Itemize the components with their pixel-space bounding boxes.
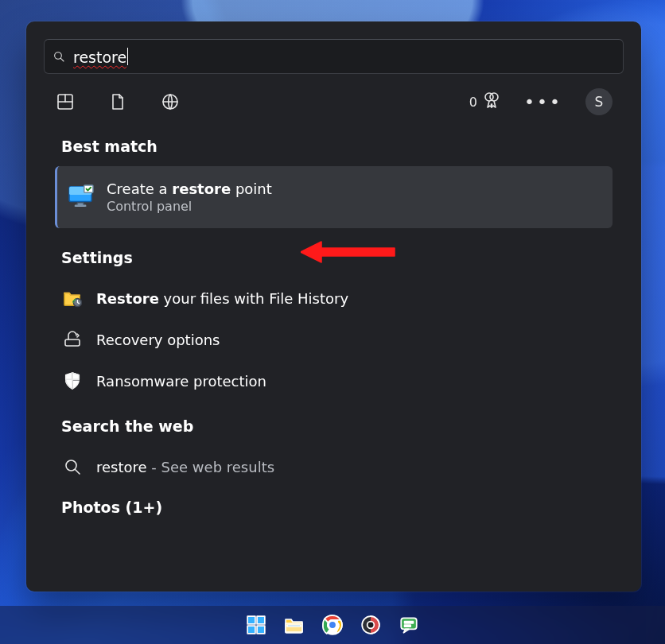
text-caret <box>127 48 128 65</box>
best-match-title: Create a restore point <box>107 180 272 197</box>
svg-rect-11 <box>76 205 86 207</box>
section-header-photos: Photos (1+) <box>55 499 612 516</box>
svg-rect-21 <box>257 626 265 634</box>
documents-filter-icon[interactable] <box>107 91 128 112</box>
search-input[interactable]: restore <box>73 48 128 65</box>
svg-rect-30 <box>405 622 414 623</box>
svg-rect-23 <box>287 625 301 627</box>
chrome-icon[interactable] <box>322 615 343 635</box>
security-shield-icon <box>63 371 82 390</box>
svg-rect-31 <box>405 625 411 627</box>
settings-result-ransomware-protection[interactable]: Ransomware protection <box>55 360 612 402</box>
result-label: restore - See web results <box>96 459 274 475</box>
start-button[interactable] <box>246 615 266 635</box>
taskbar <box>0 606 665 644</box>
svg-point-28 <box>368 622 375 629</box>
apps-filter-icon[interactable] <box>55 91 76 112</box>
file-history-icon <box>63 289 82 308</box>
app-icon-chat[interactable] <box>399 615 419 635</box>
search-icon <box>52 50 65 63</box>
svg-line-1 <box>60 58 64 61</box>
result-label: Restore your files with File History <box>96 290 348 307</box>
system-properties-icon <box>68 184 94 210</box>
settings-result-file-history[interactable]: Restore your files with File History <box>55 277 612 319</box>
svg-rect-20 <box>247 626 255 634</box>
best-match-result[interactable]: Create a restore point Control panel <box>55 166 612 228</box>
section-header-web: Search the web <box>55 417 612 435</box>
search-filter-toolbar: 0 ••• S <box>26 74 641 115</box>
settings-result-recovery-options[interactable]: Recovery options <box>55 319 612 360</box>
svg-line-16 <box>76 470 80 475</box>
best-match-subtitle: Control panel <box>107 199 272 214</box>
search-box[interactable]: restore <box>44 39 624 74</box>
result-label: Ransomware protection <box>96 373 266 390</box>
rewards-medal-icon <box>482 91 501 113</box>
svg-rect-14 <box>65 339 80 346</box>
svg-point-26 <box>329 621 336 629</box>
web-filter-icon[interactable] <box>160 91 181 112</box>
section-header-best-match: Best match <box>55 138 612 155</box>
ellipsis-icon: ••• <box>524 92 562 112</box>
result-label: Recovery options <box>96 332 220 348</box>
avatar-initial: S <box>595 94 604 110</box>
rewards-count: 0 <box>469 95 477 110</box>
svg-point-7 <box>490 93 498 101</box>
file-explorer-icon[interactable] <box>284 615 305 635</box>
search-icon <box>63 457 82 476</box>
recovery-icon <box>63 330 82 349</box>
svg-rect-19 <box>257 616 265 624</box>
more-options-button[interactable]: ••• <box>533 91 554 112</box>
rewards-points[interactable]: 0 <box>469 91 501 113</box>
section-header-settings: Settings <box>55 249 612 266</box>
svg-rect-18 <box>247 616 255 624</box>
start-search-panel: restore 0 ••• S Best match <box>26 21 641 592</box>
web-result-restore[interactable]: restore - See web results <box>55 446 612 487</box>
account-avatar[interactable]: S <box>585 88 612 115</box>
app-icon-circle[interactable] <box>360 615 381 635</box>
